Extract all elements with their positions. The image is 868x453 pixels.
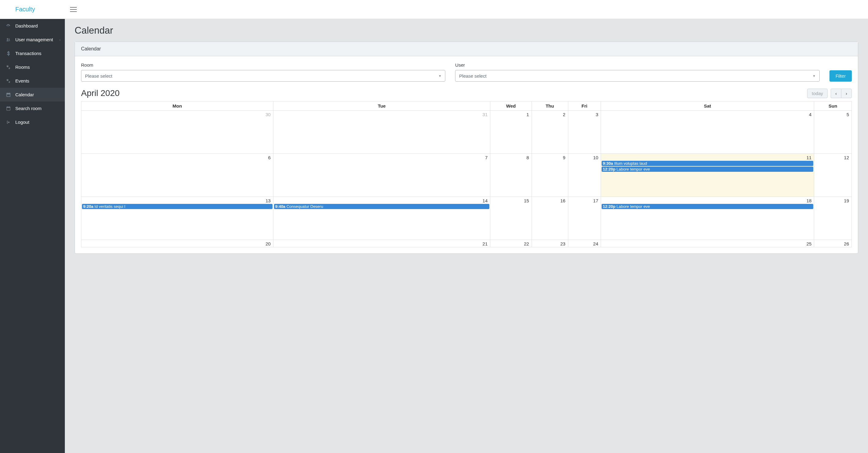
day-number: 1: [490, 111, 531, 118]
calendar-day[interactable]: 17: [568, 197, 601, 240]
caret-down-icon: ▼: [438, 74, 441, 78]
calendar-day[interactable]: 15: [490, 197, 532, 240]
dashboard-icon: [5, 24, 11, 28]
day-number: 8: [490, 154, 531, 161]
sidebar: Dashboard User management ‹ Transactions…: [0, 19, 65, 453]
day-header: Tue: [273, 101, 490, 111]
day-number: 23: [532, 240, 568, 247]
calendar-day[interactable]: 12: [814, 154, 852, 197]
day-number: 18: [601, 197, 814, 204]
calendar-day[interactable]: 24: [568, 240, 601, 247]
calendar-event[interactable]: 12:20p Labore tempor eve: [601, 204, 813, 209]
sidebar-item-events[interactable]: Events: [0, 74, 65, 88]
page-title: Calendar: [74, 25, 858, 36]
sidebar-item-user-management[interactable]: User management ‹: [0, 33, 65, 46]
event-title: Labore tempor eve: [615, 167, 650, 171]
calendar-event[interactable]: 9:20a Id veritatis sequi l: [82, 204, 273, 209]
calendar-day[interactable]: 5: [814, 111, 852, 154]
day-number: 24: [568, 240, 601, 247]
calendar-day[interactable]: 6: [81, 154, 273, 197]
calendar-day[interactable]: 4: [601, 111, 814, 154]
calendar-day[interactable]: 26: [814, 240, 852, 247]
calendar-event[interactable]: 12:20p Labore tempor eve: [601, 167, 813, 172]
day-number: 14: [273, 197, 490, 204]
calendar-day[interactable]: 23: [532, 240, 568, 247]
calendar-day[interactable]: 2: [532, 111, 568, 154]
sidebar-item-dashboard[interactable]: Dashboard: [0, 19, 65, 33]
sidebar-item-label: Rooms: [15, 64, 30, 70]
event-time: 9:30a: [603, 161, 613, 166]
sidebar-item-transactions[interactable]: Transactions: [0, 46, 65, 60]
calendar-card: Calendar Room Please select ▼ User P: [74, 41, 858, 254]
svg-point-0: [7, 38, 8, 40]
day-number: 10: [568, 154, 601, 161]
day-number: 6: [81, 154, 273, 161]
calendar-day[interactable]: 9: [532, 154, 568, 197]
today-button[interactable]: today: [807, 89, 828, 98]
user-label: User: [455, 62, 819, 68]
event-title: Id veritatis sequi l: [93, 204, 125, 209]
calendar-icon: [5, 106, 11, 111]
prev-button[interactable]: ‹: [831, 89, 841, 98]
day-number: 4: [601, 111, 814, 118]
day-number: 16: [532, 197, 568, 204]
calendar-event[interactable]: 9:30a Illum voluptas laud: [601, 161, 813, 166]
sidebar-item-search-room[interactable]: Search room: [0, 101, 65, 115]
users-icon: [5, 38, 11, 42]
room-select[interactable]: Please select ▼: [81, 70, 445, 82]
calendar-day[interactable]: 25: [601, 240, 814, 247]
calendar-day[interactable]: 21: [273, 240, 490, 247]
filter-row: Room Please select ▼ User Please select …: [81, 62, 852, 82]
day-number: 25: [601, 240, 814, 247]
day-number: 30: [81, 111, 273, 118]
user-select-value: Please select: [459, 73, 486, 78]
caret-down-icon: ▼: [813, 74, 816, 78]
dollar-icon: [5, 51, 11, 56]
sidebar-item-label: Calendar: [15, 92, 34, 97]
next-button[interactable]: ›: [841, 89, 852, 98]
sidebar-item-label: Search room: [15, 106, 41, 111]
sidebar-item-calendar[interactable]: Calendar: [0, 88, 65, 101]
calendar-day[interactable]: 7: [273, 154, 490, 197]
gears-icon: [5, 79, 11, 83]
svg-rect-9: [6, 107, 10, 108]
day-header: Sat: [601, 101, 814, 111]
day-number: 22: [490, 240, 531, 247]
calendar-day[interactable]: 22: [490, 240, 532, 247]
user-select[interactable]: Please select ▼: [455, 70, 819, 82]
sidebar-item-label: Transactions: [15, 51, 41, 56]
day-number: 31: [273, 111, 490, 118]
day-header: Mon: [81, 101, 273, 111]
hamburger-icon[interactable]: [70, 6, 78, 13]
filter-button[interactable]: Filter: [830, 70, 852, 82]
day-header: Fri: [568, 101, 601, 111]
day-number: 12: [814, 154, 851, 161]
calendar-day[interactable]: 149:40a Consequatur Deseru: [273, 197, 490, 240]
sidebar-item-logout[interactable]: Logout: [0, 115, 65, 129]
calendar-day[interactable]: 8: [490, 154, 532, 197]
calendar-event[interactable]: 9:40a Consequatur Deseru: [274, 204, 489, 209]
calendar-day[interactable]: 16: [532, 197, 568, 240]
calendar-day[interactable]: 139:20a Id veritatis sequi l: [81, 197, 273, 240]
calendar-grid: MonTueWedThuFriSatSun 303112345678910119…: [81, 101, 852, 247]
calendar-day[interactable]: 20: [81, 240, 273, 247]
sidebar-item-rooms[interactable]: Rooms: [0, 60, 65, 74]
calendar-day[interactable]: 1812:20p Labore tempor eve: [601, 197, 814, 240]
sidebar-item-label: Dashboard: [15, 23, 38, 28]
calendar-day[interactable]: 30: [81, 111, 273, 154]
calendar-day[interactable]: 19: [814, 197, 852, 240]
calendar-day[interactable]: 10: [568, 154, 601, 197]
calendar-day[interactable]: 3: [568, 111, 601, 154]
day-number: 3: [568, 111, 601, 118]
chevron-right-icon: ›: [846, 91, 847, 96]
calendar-day[interactable]: 1: [490, 111, 532, 154]
event-time: 12:20p: [603, 167, 615, 171]
calendar-day[interactable]: 119:30a Illum voluptas laud12:20p Labore…: [601, 154, 814, 197]
event-title: Illum voluptas laud: [613, 161, 647, 166]
calendar-day[interactable]: 31: [273, 111, 490, 154]
svg-point-1: [8, 38, 10, 40]
brand-link[interactable]: Faculty: [15, 6, 35, 13]
day-header: Sun: [814, 101, 852, 111]
day-header: Wed: [490, 101, 532, 111]
event-title: Labore tempor eve: [615, 204, 650, 209]
